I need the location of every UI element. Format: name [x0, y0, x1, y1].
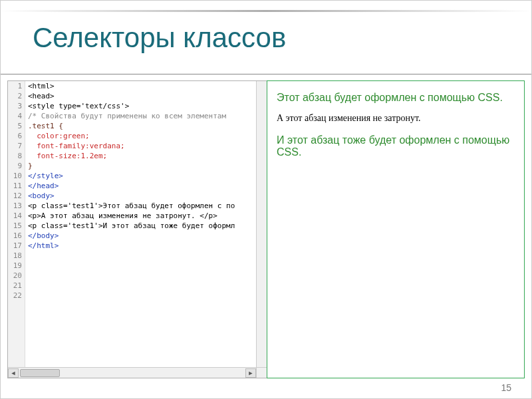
line-number: 5: [8, 121, 25, 131]
page-number: 15: [501, 382, 511, 393]
line-number: 3: [8, 101, 25, 111]
code-line: <html>: [28, 81, 267, 91]
content-area: 1 2 3 4 5 6 7 8 9 10 11 12 13 14 15 16 1…: [7, 80, 525, 378]
code-line: </head>: [28, 181, 267, 191]
scroll-right-icon[interactable]: ►: [245, 368, 256, 378]
code-line: color:green;: [28, 131, 267, 141]
line-number: 17: [8, 241, 25, 251]
code-line: /* Свойства будут применены ко всем элем…: [28, 111, 267, 121]
line-number: 9: [8, 161, 25, 171]
line-number-gutter: 1 2 3 4 5 6 7 8 9 10 11 12 13 14 15 16 1…: [8, 81, 25, 367]
line-number: 22: [8, 291, 25, 301]
slide: Селекторы классов 1 2 3 4 5 6 7 8 9 10 1…: [0, 0, 532, 399]
line-number: 21: [8, 281, 25, 291]
code-line: }: [28, 161, 267, 171]
code-line: font-family:verdana;: [28, 141, 267, 151]
scroll-left-icon[interactable]: ◄: [8, 368, 19, 378]
code-line: <body>: [28, 191, 267, 201]
line-number: 13: [8, 201, 25, 211]
code-line: </html>: [28, 241, 267, 251]
title-underline: [1, 74, 531, 74]
code-line: <head>: [28, 91, 267, 101]
line-number: 19: [8, 261, 25, 271]
line-number: 10: [8, 171, 25, 181]
line-number: 18: [8, 251, 25, 261]
preview-paragraph-plain: А этот абзац изменения не затронут.: [277, 113, 515, 124]
line-number: 4: [8, 111, 25, 121]
accent-line: [1, 10, 531, 12]
code-line: </style>: [28, 171, 267, 181]
scrollbar-corner: [256, 367, 267, 378]
line-number: 11: [8, 181, 25, 191]
line-number: 16: [8, 231, 25, 241]
preview-panel: Этот абзац будет оформлен с помощью CSS.…: [267, 80, 525, 378]
preview-paragraph-styled: Этот абзац будет оформлен с помощью CSS.: [277, 92, 515, 104]
line-number: 15: [8, 221, 25, 231]
line-number: 6: [8, 131, 25, 141]
line-number: 7: [8, 141, 25, 151]
code-line: <p class='test1'>Этот абзац будет оформл…: [28, 201, 267, 211]
code-line: <p class='test1'>И этот абзац тоже будет…: [28, 221, 267, 231]
code-line: <style type='text/css'>: [28, 101, 267, 111]
code-line: </body>: [28, 231, 267, 241]
line-number: 14: [8, 211, 25, 221]
vertical-scrollbar[interactable]: [256, 81, 267, 367]
code-line: .test1 {: [28, 121, 267, 131]
scrollbar-thumb[interactable]: [20, 369, 60, 377]
line-number: 8: [8, 151, 25, 161]
preview-paragraph-styled: И этот абзац тоже будет оформлен с помощ…: [277, 134, 515, 158]
code-line: font-size:1.2em;: [28, 151, 267, 161]
line-number: 2: [8, 91, 25, 101]
code-panel: 1 2 3 4 5 6 7 8 9 10 11 12 13 14 15 16 1…: [7, 80, 267, 378]
line-number: 1: [8, 81, 25, 91]
scrollbar-track[interactable]: [19, 368, 245, 378]
horizontal-scrollbar[interactable]: ◄ ►: [8, 367, 256, 378]
code-body[interactable]: <html> <head> <style type='text/css'> /*…: [25, 81, 267, 367]
code-line: <p>А этот абзац изменения не затронут. <…: [28, 211, 267, 221]
line-number: 20: [8, 271, 25, 281]
line-number: 12: [8, 191, 25, 201]
